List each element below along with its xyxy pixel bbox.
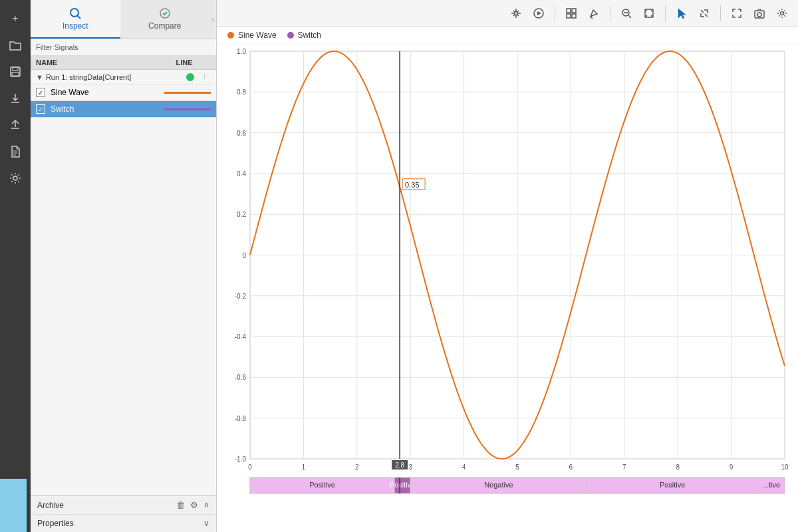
svg-line-18: [591, 17, 593, 19]
tab-compare-label: Compare: [148, 21, 181, 31]
properties-arrow-icon: ∨: [203, 519, 209, 528]
svg-text:9: 9: [730, 464, 733, 471]
svg-text:0.35: 0.35: [405, 181, 419, 189]
svg-text:0: 0: [242, 252, 246, 259]
run-menu-icon[interactable]: ⋮: [198, 72, 211, 81]
cursor-btn[interactable]: [672, 4, 691, 23]
fullscreen-btn[interactable]: [728, 4, 746, 23]
config-btn[interactable]: [773, 4, 791, 23]
signal-table: NAME LINE ▼ Run 1: stringData[Current] ⋮…: [31, 56, 216, 495]
svg-text:10: 10: [781, 464, 789, 471]
archive-bar: Archive 🗑 ⚙ ∧: [31, 496, 216, 515]
run-status-dot: [186, 73, 194, 81]
camera-btn[interactable]: [750, 4, 769, 23]
fit-btn[interactable]: [640, 4, 658, 23]
switch-line-preview: [164, 108, 211, 110]
legend-sine-wave: Sine Wave: [227, 31, 277, 40]
svg-marker-12: [537, 11, 541, 15]
svg-text:2.8: 2.8: [395, 462, 404, 469]
archive-label: Archive: [37, 501, 176, 510]
tab-inspect-label: Inspect: [63, 21, 88, 31]
bottom-section: Archive 🗑 ⚙ ∧ Properties ∨: [31, 495, 216, 532]
svg-marker-17: [591, 10, 597, 17]
archive-gear-icon[interactable]: ⚙: [190, 500, 198, 510]
svg-rect-14: [572, 9, 576, 13]
legend-switch: Switch: [287, 31, 321, 40]
folder-icon[interactable]: [3, 33, 27, 57]
toolbar-sep-4: [720, 5, 721, 21]
svg-point-25: [757, 13, 761, 17]
left-panel: Inspect Compare › Filter Signals NAME LI…: [31, 0, 217, 532]
col-name-header: NAME: [36, 59, 158, 66]
legend-switch-dot: [287, 32, 294, 39]
properties-label: Properties: [37, 519, 203, 528]
svg-text:5: 5: [515, 464, 519, 471]
switch-name: Switch: [51, 104, 159, 114]
svg-text:2: 2: [355, 464, 359, 471]
svg-text:1: 1: [302, 464, 306, 471]
signal-row-switch[interactable]: ✓ Switch: [31, 101, 216, 118]
run-row[interactable]: ▼ Run 1: stringData[Current] ⋮: [31, 70, 216, 84]
chart-legend: Sine Wave Switch: [217, 27, 798, 45]
svg-marker-23: [678, 9, 686, 19]
toolbar-sep-3: [665, 5, 666, 21]
zoom-out-btn[interactable]: [617, 4, 636, 23]
active-panel-indicator: [0, 479, 27, 532]
legend-sine-wave-dot: [227, 32, 234, 39]
filter-label: Filter Signals: [36, 43, 78, 51]
svg-line-8: [78, 16, 81, 19]
svg-text:-0.8: -0.8: [235, 415, 247, 422]
legend-sine-wave-label: Sine Wave: [238, 31, 277, 40]
trash-icon[interactable]: 🗑: [176, 500, 185, 510]
archive-expand-icon[interactable]: ∧: [203, 500, 209, 510]
svg-text:-0.2: -0.2: [235, 293, 247, 300]
svg-point-10: [515, 11, 518, 15]
panel-collapse-arrow[interactable]: ›: [209, 0, 216, 39]
svg-text:-0.4: -0.4: [235, 333, 247, 340]
panel-tabs: Inspect Compare ›: [31, 0, 216, 39]
svg-rect-13: [567, 9, 571, 13]
run-expand-icon: ▼: [36, 73, 43, 81]
document-icon[interactable]: [3, 140, 27, 164]
svg-text:0.8: 0.8: [237, 88, 246, 96]
archive-icons: 🗑 ⚙ ∧: [176, 500, 209, 510]
svg-text:0.6: 0.6: [237, 130, 246, 137]
sine-wave-checkbox[interactable]: ✓: [36, 88, 45, 97]
legend-switch-label: Switch: [298, 31, 321, 40]
svg-point-26: [781, 11, 784, 15]
svg-text:7: 7: [622, 464, 626, 471]
properties-bar[interactable]: Properties ∨: [31, 515, 216, 532]
chart-svg: -1.0-0.8-0.6-0.4-0.200.20.40.60.81.00123…: [217, 45, 798, 532]
share-icon[interactable]: [3, 113, 27, 137]
save-icon[interactable]: [3, 60, 27, 84]
svg-point-6: [13, 176, 17, 180]
tab-compare[interactable]: Compare: [120, 0, 210, 39]
switch-checkbox[interactable]: ✓: [36, 104, 45, 114]
svg-point-7: [70, 9, 78, 17]
highlight-btn[interactable]: [585, 4, 603, 23]
svg-rect-15: [567, 14, 571, 18]
svg-line-21: [628, 15, 631, 18]
grid-btn[interactable]: [562, 4, 581, 23]
expand-cursor-btn[interactable]: [695, 4, 714, 23]
signal-row-sine-wave[interactable]: ✓ Sine Wave: [31, 84, 216, 101]
svg-text:0.2: 0.2: [237, 211, 246, 218]
col-line-header: LINE: [158, 59, 211, 66]
svg-text:-0.6: -0.6: [235, 374, 247, 381]
sidebar-icons-panel: + ?: [0, 0, 31, 532]
run-label: Run 1: stringData[Current]: [46, 73, 186, 81]
svg-text:-1.0: -1.0: [235, 456, 247, 463]
svg-text:6: 6: [569, 464, 573, 471]
svg-text:8: 8: [676, 464, 680, 471]
filter-bar: Filter Signals: [31, 39, 216, 56]
svg-text:...tive: ...tive: [763, 481, 780, 489]
settings-icon[interactable]: [3, 166, 27, 190]
chart-container: Sine Wave Switch -1.0-0.8-0.6-0.4-0.200.…: [217, 0, 798, 532]
chart-plot[interactable]: -1.0-0.8-0.6-0.4-0.200.20.40.60.81.00123…: [217, 45, 798, 532]
add-icon[interactable]: +: [3, 7, 27, 31]
play-btn[interactable]: [529, 4, 548, 23]
pan-tool-btn[interactable]: [507, 4, 525, 23]
download-icon[interactable]: [3, 86, 27, 110]
tab-inspect[interactable]: Inspect: [31, 0, 120, 39]
toolbar-sep-2: [610, 5, 610, 21]
